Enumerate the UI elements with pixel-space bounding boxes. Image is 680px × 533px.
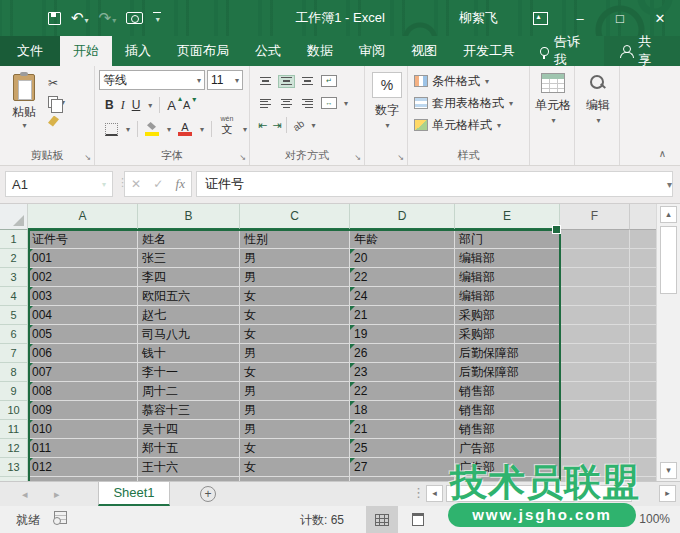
cell[interactable]: 张三 bbox=[138, 249, 240, 268]
share-button[interactable]: 共享 bbox=[604, 36, 680, 66]
cell[interactable]: 郑十五 bbox=[138, 439, 240, 458]
user-name[interactable]: 柳絮飞 bbox=[459, 9, 498, 27]
align-bottom-button[interactable] bbox=[300, 76, 315, 87]
cell[interactable]: 006 bbox=[28, 344, 138, 363]
font-dialog-launcher[interactable]: ↘ bbox=[239, 153, 246, 162]
cell[interactable]: 编辑部 bbox=[455, 287, 560, 306]
cell[interactable]: 钱十 bbox=[138, 344, 240, 363]
cell[interactable]: 010 bbox=[28, 420, 138, 439]
cell[interactable]: 001 bbox=[28, 249, 138, 268]
cell[interactable]: 女 bbox=[240, 306, 350, 325]
cell[interactable]: 012 bbox=[28, 458, 138, 477]
cell[interactable]: 011 bbox=[28, 439, 138, 458]
cell[interactable] bbox=[630, 287, 658, 306]
cell[interactable] bbox=[560, 306, 630, 325]
cell[interactable]: 27 bbox=[350, 458, 455, 477]
cell[interactable] bbox=[560, 382, 630, 401]
format-painter-button[interactable] bbox=[48, 114, 65, 128]
cell[interactable]: 女 bbox=[240, 325, 350, 344]
font-name-combo[interactable]: 等线▾ bbox=[99, 70, 205, 90]
cell[interactable] bbox=[630, 344, 658, 363]
cell[interactable]: 采购部 bbox=[455, 325, 560, 344]
insert-function-icon[interactable]: fx bbox=[176, 176, 185, 192]
cell[interactable]: 男 bbox=[240, 268, 350, 287]
fill-handle[interactable] bbox=[552, 225, 561, 234]
tab-0[interactable]: 开始 bbox=[60, 36, 112, 66]
phonetic-guide-icon[interactable]: wén文 bbox=[219, 122, 235, 137]
cell[interactable] bbox=[630, 268, 658, 287]
cell[interactable]: 部门 bbox=[455, 230, 560, 249]
align-middle-button[interactable] bbox=[279, 76, 294, 87]
page-layout-view-button[interactable] bbox=[402, 506, 434, 533]
paste-button[interactable]: 粘贴 ▾ bbox=[4, 70, 44, 147]
tab-2[interactable]: 页面布局 bbox=[164, 36, 242, 66]
cell[interactable] bbox=[630, 439, 658, 458]
normal-view-button[interactable] bbox=[366, 506, 398, 533]
cell[interactable]: 005 bbox=[28, 325, 138, 344]
cell[interactable]: 慕容十三 bbox=[138, 401, 240, 420]
cell[interactable]: 22 bbox=[350, 268, 455, 287]
cell[interactable]: 009 bbox=[28, 401, 138, 420]
cell[interactable]: 女 bbox=[240, 287, 350, 306]
cell[interactable] bbox=[630, 230, 658, 249]
font-color-icon[interactable]: A bbox=[178, 122, 192, 136]
column-header-A[interactable]: A bbox=[28, 204, 138, 230]
row-header-6[interactable]: 6 bbox=[0, 325, 28, 344]
column-header-B[interactable]: B bbox=[138, 204, 240, 230]
macro-record-icon[interactable] bbox=[54, 511, 67, 524]
cell[interactable]: 26 bbox=[350, 344, 455, 363]
cell[interactable]: 吴十四 bbox=[138, 420, 240, 439]
cell[interactable] bbox=[560, 230, 630, 249]
cut-button[interactable]: ✂ bbox=[48, 76, 65, 90]
prev-sheet-icon[interactable]: ◂ bbox=[22, 488, 28, 501]
cell[interactable] bbox=[560, 325, 630, 344]
cell[interactable] bbox=[630, 306, 658, 325]
collapse-ribbon-button[interactable]: ∧ bbox=[659, 148, 666, 159]
style-button-1[interactable]: 套用表格格式▾ bbox=[414, 92, 527, 114]
scroll-left-icon[interactable]: ◂ bbox=[426, 485, 443, 502]
cell[interactable]: 25 bbox=[350, 439, 455, 458]
cell[interactable]: 20 bbox=[350, 249, 455, 268]
alignment-dialog-launcher[interactable]: ↘ bbox=[354, 153, 361, 162]
borders-icon[interactable] bbox=[105, 123, 118, 136]
cell[interactable]: 周十二 bbox=[138, 382, 240, 401]
wrap-text-icon[interactable] bbox=[321, 75, 337, 87]
cell[interactable] bbox=[630, 325, 658, 344]
column-header-D[interactable]: D bbox=[350, 204, 455, 230]
cell[interactable]: 证件号 bbox=[28, 230, 138, 249]
row-header-12[interactable]: 12 bbox=[0, 439, 28, 458]
cell[interactable]: 李四 bbox=[138, 268, 240, 287]
search-icon[interactable] bbox=[588, 73, 608, 93]
cell[interactable]: 18 bbox=[350, 401, 455, 420]
orientation-icon[interactable]: ab bbox=[291, 117, 306, 132]
column-header-partial[interactable] bbox=[630, 204, 658, 230]
fill-color-icon[interactable] bbox=[145, 122, 159, 136]
scroll-down-icon[interactable]: ▾ bbox=[660, 462, 677, 479]
cell[interactable]: 24 bbox=[350, 287, 455, 306]
cell[interactable] bbox=[560, 401, 630, 420]
percent-style-button[interactable]: % bbox=[372, 72, 402, 98]
cell[interactable]: 男 bbox=[240, 344, 350, 363]
name-box[interactable]: A1▾ bbox=[5, 171, 113, 197]
clipboard-dialog-launcher[interactable]: ↘ bbox=[84, 153, 91, 162]
tab-file[interactable]: 文件 bbox=[0, 36, 60, 66]
row-header-5[interactable]: 5 bbox=[0, 306, 28, 325]
cell[interactable]: 男 bbox=[240, 249, 350, 268]
cell[interactable]: 广告部 bbox=[455, 439, 560, 458]
cell[interactable] bbox=[560, 363, 630, 382]
row-header-3[interactable]: 3 bbox=[0, 268, 28, 287]
cell[interactable] bbox=[630, 420, 658, 439]
tab-6[interactable]: 视图 bbox=[398, 36, 450, 66]
row-header-8[interactable]: 8 bbox=[0, 363, 28, 382]
tell-me-box[interactable]: 告诉我 bbox=[528, 36, 604, 66]
cell[interactable]: 女 bbox=[240, 458, 350, 477]
select-all-corner[interactable] bbox=[0, 204, 28, 230]
cells-icon[interactable] bbox=[541, 73, 565, 93]
cell[interactable] bbox=[560, 249, 630, 268]
number-dialog-launcher[interactable]: ↘ bbox=[397, 153, 404, 162]
row-header-4[interactable]: 4 bbox=[0, 287, 28, 306]
cell[interactable]: 004 bbox=[28, 306, 138, 325]
sheet-tab-sheet1[interactable]: Sheet1 bbox=[98, 482, 170, 506]
cell[interactable]: 采购部 bbox=[455, 306, 560, 325]
cell[interactable]: 司马八九 bbox=[138, 325, 240, 344]
